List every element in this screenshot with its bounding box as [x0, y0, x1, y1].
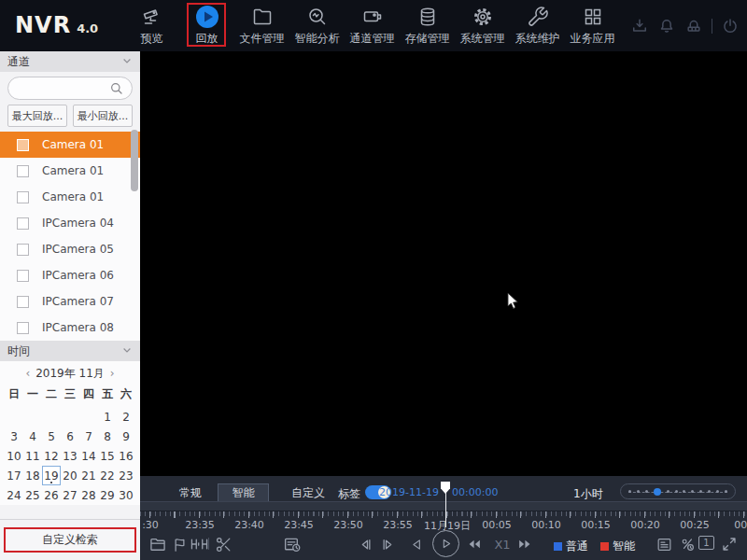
- calendar-day[interactable]: 20: [61, 466, 79, 485]
- nav-item-system-maintenance[interactable]: 系统维护: [510, 0, 565, 51]
- calendar-day[interactable]: 10: [5, 446, 23, 466]
- camera-list-item[interactable]: IPCamera 04: [0, 210, 140, 236]
- calendar-day[interactable]: 14: [79, 446, 98, 466]
- scissors-clip-icon[interactable]: [213, 534, 233, 554]
- camera-checkbox[interactable]: [17, 217, 29, 230]
- step-backward-icon[interactable]: [355, 534, 375, 554]
- clip-range-icon[interactable]: [189, 534, 209, 554]
- calendar-day: [5, 407, 23, 427]
- timeline-track[interactable]: [140, 501, 747, 511]
- calendar-day[interactable]: 28: [79, 485, 98, 505]
- calendar-day[interactable]: 13: [61, 446, 79, 466]
- calendar-day[interactable]: 16: [117, 446, 135, 466]
- camera-list-item[interactable]: IPCamera 05: [0, 236, 140, 262]
- fast-forward-icon[interactable]: [514, 534, 535, 554]
- calendar-day[interactable]: 8: [98, 427, 117, 446]
- timeline-label: 00:05: [482, 519, 512, 531]
- tag-toggle-label: 标签: [338, 486, 360, 502]
- timeline-label: :30: [142, 519, 159, 531]
- custom-search-button[interactable]: 自定义检索: [4, 527, 136, 553]
- camera-checkbox[interactable]: [17, 270, 29, 282]
- video-display-area[interactable]: [140, 51, 747, 476]
- playhead-pin[interactable]: [441, 482, 450, 494]
- nav-item-smart-analysis[interactable]: 智能分析: [289, 0, 345, 51]
- search-input[interactable]: [18, 78, 111, 98]
- nav-item-channel-management[interactable]: 通道管理: [345, 0, 400, 51]
- calendar-day-selected[interactable]: 19: [42, 466, 61, 485]
- nav-item-file-management[interactable]: 文件管理: [234, 0, 289, 51]
- calendar-day[interactable]: 9: [117, 427, 135, 446]
- camera-checkbox[interactable]: [17, 165, 29, 177]
- single-window-icon[interactable]: 1: [698, 536, 714, 550]
- calendar-day[interactable]: 5: [42, 427, 61, 446]
- bell-icon[interactable]: [657, 17, 676, 35]
- calendar-prev-button[interactable]: ‹: [23, 367, 32, 380]
- open-file-icon[interactable]: [148, 534, 168, 554]
- calendar-day[interactable]: 18: [23, 466, 42, 485]
- search-box[interactable]: [7, 77, 133, 100]
- camera-list-item[interactable]: Camera 01: [0, 158, 140, 184]
- calendar-next-button[interactable]: ›: [108, 367, 117, 380]
- timeline-zoom-slider[interactable]: [620, 483, 736, 499]
- min-playback-button[interactable]: 最小回放...: [73, 105, 133, 127]
- max-playback-button[interactable]: 最大回放...: [7, 105, 67, 127]
- calendar-day[interactable]: 29: [98, 485, 117, 505]
- calendar-day[interactable]: 11: [23, 446, 42, 466]
- fullscreen-icon[interactable]: [719, 534, 740, 554]
- calendar-day[interactable]: 12: [42, 446, 61, 466]
- camera-list-item[interactable]: Camera 01: [0, 184, 140, 210]
- playback-speed-label[interactable]: X1: [489, 538, 515, 552]
- power-icon[interactable]: [721, 17, 740, 35]
- tab-normal[interactable]: 常规: [166, 483, 215, 503]
- event-search-icon[interactable]: [282, 534, 303, 554]
- calendar-day[interactable]: 21: [79, 466, 98, 485]
- channel-section-header[interactable]: 通道: [0, 51, 140, 72]
- calendar-day[interactable]: 25: [23, 485, 42, 505]
- apps-grid-icon: [582, 6, 604, 28]
- slider-handle[interactable]: [654, 488, 661, 496]
- calendar-day[interactable]: 7: [79, 427, 98, 446]
- calendar-day[interactable]: 30: [117, 485, 135, 505]
- event-list-icon[interactable]: [654, 534, 674, 554]
- camera-list-scrollbar[interactable]: [131, 130, 138, 191]
- time-section-header[interactable]: 时间: [0, 341, 140, 361]
- camera-checkbox[interactable]: [17, 139, 29, 151]
- calendar-day[interactable]: 4: [23, 427, 42, 446]
- calendar-day[interactable]: 22: [98, 466, 117, 485]
- calendar-day[interactable]: 3: [5, 427, 23, 446]
- nav-item-storage-management[interactable]: 存储管理: [400, 0, 455, 51]
- camera-list-item[interactable]: Camera 01: [0, 132, 140, 158]
- calendar-day[interactable]: 23: [117, 466, 135, 485]
- nav-item-preview[interactable]: 预览: [124, 0, 179, 51]
- calendar-day[interactable]: 26: [42, 485, 61, 505]
- camera-checkbox[interactable]: [17, 296, 29, 308]
- calendar-day[interactable]: 1: [98, 407, 117, 427]
- calendar-day[interactable]: 27: [61, 485, 79, 505]
- camera-checkbox[interactable]: [17, 322, 29, 334]
- camera-list-item[interactable]: IPCamera 08: [0, 315, 140, 341]
- nav-item-system-management[interactable]: 系统管理: [455, 0, 510, 51]
- camera-checkbox[interactable]: [17, 244, 29, 256]
- weekday-label: 五: [98, 385, 117, 404]
- tab-custom[interactable]: 自定义: [282, 483, 334, 503]
- play-button[interactable]: [432, 530, 459, 557]
- calendar-day[interactable]: 17: [5, 466, 23, 485]
- tag-flag-icon[interactable]: [169, 534, 190, 554]
- step-forward-icon[interactable]: [377, 534, 398, 554]
- calendar-day[interactable]: 2: [117, 407, 135, 427]
- rewind-icon[interactable]: [464, 534, 485, 554]
- nav-item-business-application[interactable]: 业务应用: [565, 0, 620, 51]
- mouse-cursor: [507, 292, 519, 314]
- camera-list-item[interactable]: IPCamera 06: [0, 262, 140, 288]
- tab-smart[interactable]: 智能: [218, 483, 269, 503]
- download-icon[interactable]: [630, 17, 649, 35]
- calendar-day[interactable]: 6: [61, 427, 79, 446]
- camera-checkbox[interactable]: [17, 191, 29, 203]
- calendar-day[interactable]: 24: [5, 485, 23, 505]
- camera-list-item[interactable]: IPCamera 07: [0, 288, 140, 315]
- calendar-day[interactable]: 15: [98, 446, 117, 466]
- transcode-clock-icon[interactable]: [677, 534, 698, 554]
- siren-icon[interactable]: [684, 17, 703, 35]
- nav-item-playback[interactable]: 回放: [179, 0, 234, 51]
- reverse-play-icon[interactable]: [406, 534, 427, 554]
